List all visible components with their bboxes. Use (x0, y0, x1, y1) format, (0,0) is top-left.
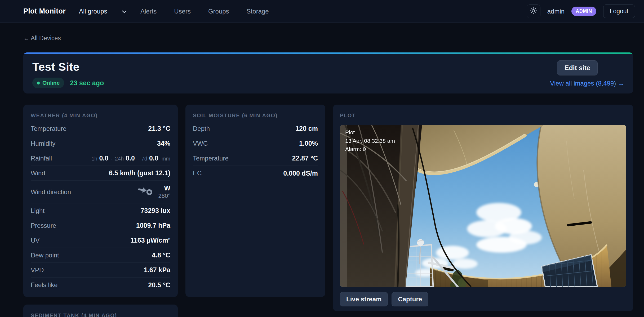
wind-direction-value: W 280° (137, 184, 170, 200)
online-dot-icon (37, 82, 40, 84)
breadcrumb-all-devices[interactable]: ← All Devices (23, 35, 61, 42)
top-nav: Plot Monitor All groups Alerts Users Gro… (0, 0, 644, 23)
status-badge: Online (32, 78, 64, 88)
weather-row-dew-point: Dew point 4.8 °C (31, 248, 170, 263)
role-badge: ADMIN (571, 7, 596, 16)
camera-overlay-timestamp: 13 Apr, 08:32:38 am (345, 137, 395, 145)
camera-overlay-title: Plot (345, 128, 395, 137)
weather-row-feels-like: Feels like 20.5 °C (31, 278, 170, 292)
rainfall-value: 1h 0.0 · 24h 0.0 · 7d 0.0 mm (91, 154, 170, 162)
soil-row-vwc: VWC 1.00% (193, 136, 318, 151)
site-header-right: Edit site View all images (8,499) → (550, 60, 624, 87)
nav-item-users[interactable]: Users (174, 8, 191, 15)
weather-rows: Temperature 21.3 °C Humidity 34% Rainfal… (31, 121, 170, 292)
last-seen-text: 23 sec ago (70, 79, 104, 87)
logout-button[interactable]: Logout (603, 5, 635, 18)
weather-row-vpd: VPD 1.67 kPa (31, 263, 170, 278)
site-header-card: Test Site Online 23 sec ago Edit site Vi… (23, 52, 633, 93)
weather-row-humidity: Humidity 34% (31, 136, 170, 151)
site-header-left: Test Site Online 23 sec ago (32, 60, 104, 87)
soil-moisture-panel: SOIL MOISTURE (6 MIN AGO) Depth 120 cm V… (185, 105, 325, 297)
sediment-tank-panel: SEDIMENT TANK (4 MIN AGO) (23, 305, 178, 317)
page-title: Test Site (32, 60, 104, 73)
user-name: admin (547, 8, 565, 15)
weather-row-wind: Wind 6.5 km/h (gust 12.1) (31, 166, 170, 181)
site-status-row: Online 23 sec ago (32, 78, 104, 88)
weather-panel-title: WEATHER (4 MIN AGO) (31, 113, 170, 119)
plot-buttons: Live stream Capture (340, 292, 626, 306)
nav-right: admin ADMIN Logout (527, 5, 635, 18)
soil-row-ec: EC 0.000 dS/m (193, 166, 318, 181)
weather-row-uv: UV 1163 µW/cm² (31, 233, 170, 248)
chevron-down-icon (121, 8, 127, 15)
theme-toggle-button[interactable] (527, 5, 540, 18)
nav-item-storage[interactable]: Storage (247, 8, 269, 15)
soil-rows: Depth 120 cm VWC 1.00% Temperature 22.87… (193, 121, 318, 181)
live-stream-button[interactable]: Live stream (340, 292, 388, 306)
weather-row-pressure: Pressure 1009.7 hPa (31, 218, 170, 233)
capture-button[interactable]: Capture (392, 292, 428, 306)
weather-row-wind-direction: Wind direction (31, 181, 170, 203)
group-selector-dropdown[interactable]: All groups (79, 6, 127, 17)
weather-row-light: Light 73293 lux (31, 203, 170, 218)
nav-item-alerts[interactable]: Alerts (140, 8, 157, 15)
left-column: WEATHER (4 MIN AGO) Temperature 21.3 °C … (23, 105, 178, 317)
plot-camera-image[interactable]: Plot 13 Apr, 08:32:38 am Alarm: 0 (340, 125, 626, 287)
wind-direction-icon (137, 186, 153, 198)
nav-item-groups[interactable]: Groups (208, 8, 229, 15)
camera-overlay-alarm: Alarm: 0 (345, 145, 395, 153)
panels-row: WEATHER (4 MIN AGO) Temperature 21.3 °C … (23, 105, 633, 317)
view-all-images-link[interactable]: View all images (8,499) → (550, 80, 624, 87)
weather-row-rainfall: Rainfall 1h 0.0 · 24h 0.0 · 7d 0.0 mm (31, 151, 170, 166)
plot-panel: PLOT (333, 105, 633, 311)
weather-panel: WEATHER (4 MIN AGO) Temperature 21.3 °C … (23, 105, 178, 297)
sediment-panel-title: SEDIMENT TANK (4 MIN AGO) (31, 312, 170, 317)
nav-links: Alerts Users Groups Storage (140, 8, 269, 15)
soil-panel-title: SOIL MOISTURE (6 MIN AGO) (193, 113, 318, 119)
edit-site-button[interactable]: Edit site (557, 60, 598, 75)
soil-row-depth: Depth 120 cm (193, 121, 318, 136)
group-selector-value: All groups (79, 8, 107, 15)
soil-row-temperature: Temperature 22.87 °C (193, 151, 318, 166)
sun-icon (530, 7, 537, 15)
status-label: Online (42, 80, 60, 86)
plot-panel-title: PLOT (340, 113, 626, 119)
camera-overlay-text: Plot 13 Apr, 08:32:38 am Alarm: 0 (345, 128, 395, 153)
weather-row-temperature: Temperature 21.3 °C (31, 121, 170, 136)
app-brand: Plot Monitor (23, 7, 66, 15)
